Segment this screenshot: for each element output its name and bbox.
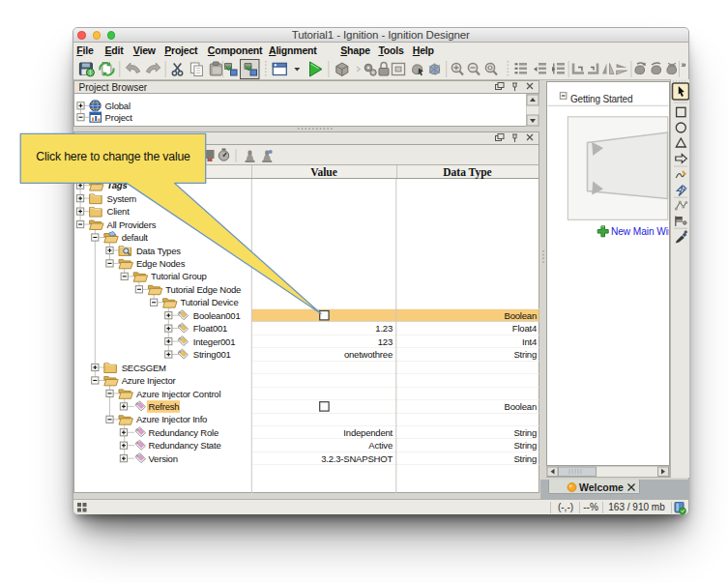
svg-text:Azure Injector Info: Azure Injector Info [136,414,207,424]
svg-text:Active: Active [368,440,393,451]
svg-text:»: » [681,59,685,69]
svg-text:3.2.3-SNAPSHOT: 3.2.3-SNAPSHOT [321,452,393,463]
svg-text:String001: String001 [193,349,231,360]
svg-text:Redundancy State: Redundancy State [149,440,221,451]
svg-text:String: String [513,349,537,360]
svg-text:Getting Started: Getting Started [570,94,632,104]
svg-text:Float001: Float001 [193,323,227,334]
svg-text:Independent: Independent [343,426,393,437]
svg-text:String: String [513,440,537,451]
svg-text:Azure Injector: Azure Injector [122,375,176,386]
svg-text:Azure Injector Control: Azure Injector Control [136,388,221,398]
svg-text:String: String [513,426,537,437]
svg-text:Int4: Int4 [522,335,537,346]
svg-text:SECSGEM: SECSGEM [122,362,166,372]
svg-text:Global: Global [105,101,131,111]
svg-text:1.23: 1.23 [375,323,393,334]
svg-text:Welcome: Welcome [579,481,624,493]
svg-text:Project: Project [105,112,133,123]
svg-text:Redundancy Role: Redundancy Role [149,426,219,437]
svg-text:String: String [513,452,537,463]
svg-text:Version: Version [149,452,178,463]
svg-text:New Main Win: New Main Win [611,226,669,237]
svg-text:Integer001: Integer001 [193,335,235,346]
svg-text:Boolean: Boolean [505,309,537,320]
svg-text:Boolean: Boolean [505,400,537,411]
svg-text:Float4: Float4 [512,323,537,334]
svg-text:123: 123 [378,335,393,346]
svg-text:onetwothree: onetwothree [344,349,393,360]
svg-text:Refresh: Refresh [149,400,180,411]
svg-text:Click here to change the value: Click here to change the value [36,149,190,162]
